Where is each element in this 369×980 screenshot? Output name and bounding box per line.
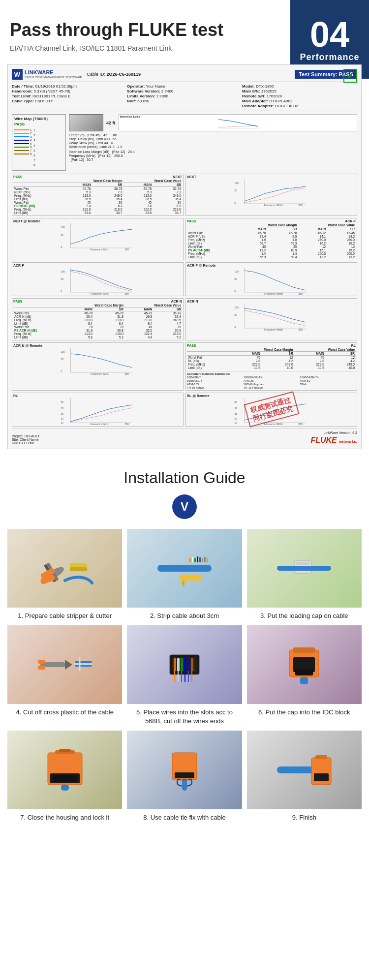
lw-logo-text: LINKWARE CABLE TEST MANAGEMENT SOFTWARE [25, 69, 82, 79]
main-adapter-info: Main Adapter: DTX-PLA002 [242, 99, 357, 103]
install-img-4 [7, 625, 122, 704]
svg-rect-73 [199, 557, 201, 562]
acrn-table: Worst Case Margin Worst Case Value MAINS… [13, 304, 182, 339]
length-meas: Length (ft) [Pair 45] 42 dB [69, 133, 357, 137]
install-img-7 [7, 731, 122, 809]
svg-text:36: 36 [61, 412, 64, 415]
fluke-info-row: Date / Time: 01/19/2016 01:52:38pm Headr… [12, 84, 357, 111]
svg-rect-121 [314, 773, 329, 781]
install-img-5 [127, 625, 242, 704]
svg-rect-68 [157, 565, 212, 572]
project-value: Project: DEFAULT [12, 434, 40, 438]
model-info: Model: DTX-1800 [242, 84, 357, 89]
svg-text:0: 0 [61, 290, 62, 293]
wire-map-section: Wire Map (TS68B) PASS 1 2 3 4 5 6 7 8 12… [12, 114, 66, 171]
svg-rect-76 [207, 558, 208, 562]
next-result-block: PASS NEXT Worst Case Margin Worst Case V… [12, 174, 184, 216]
svg-rect-114 [61, 785, 69, 791]
headroom-info: Headroom: 5.3 dB (NEXT 45-78) [12, 89, 127, 93]
install-step-4: 4. Cut off cross plastic of the cable [7, 625, 122, 726]
install-img-1 [7, 529, 122, 608]
svg-text:50: 50 [61, 233, 64, 236]
next-remote-graph: NEXT @ Remote 100 50 0 Frequency (MHz) 3… [12, 218, 184, 260]
site-value: Site: Client Name [12, 438, 40, 441]
install-img-3 [247, 529, 362, 608]
fluke-report-header: W LINKWARE CABLE TEST MANAGEMENT SOFTWAR… [12, 69, 357, 82]
svg-text:100: 100 [61, 350, 65, 353]
insertion-loss-graph-small: Insertion Loss [119, 114, 357, 131]
svg-rect-66 [70, 563, 87, 567]
fluke-footer: Project: DEFAULT Site: Client Name UNTIT… [12, 429, 357, 445]
acrn-graph: ACR-N 100 50 0 Frequency (MHz) 350 [185, 298, 357, 340]
install-img-9 [247, 731, 362, 809]
rl-title: RL [351, 344, 356, 347]
svg-text:0: 0 [61, 245, 62, 248]
svg-text:24: 24 [61, 417, 64, 420]
il-meas-3: [Pair 12] 30.7 [69, 158, 357, 161]
fluke-brand-logo: FLUKE networks. [310, 436, 357, 445]
svg-rect-116 [175, 772, 194, 778]
info-col-left: Date / Time: 01/19/2016 01:52:38pm Headr… [12, 84, 127, 109]
svg-text:12: 12 [235, 421, 238, 424]
wire-map-pass: PASS [14, 122, 63, 126]
info-col-right: Model: DTX-1800 Main S/N: 1762025 Remote… [242, 84, 357, 109]
next-pass-label: PASS [13, 175, 23, 179]
install-img-6 [247, 625, 362, 704]
svg-text:50: 50 [61, 358, 64, 361]
install-step-5: 5. Place wires into the slots acc to 568… [127, 625, 242, 726]
svg-text:60: 60 [235, 400, 238, 403]
svg-text:350: 350 [299, 328, 303, 331]
install-step-7: 7. Close the housing and lock it [7, 731, 122, 822]
svg-rect-84 [38, 660, 45, 664]
acrf-table: Worst Case Margin Worst Case Value MAINS… [187, 223, 356, 259]
svg-text:Frequency (MHz): Frequency (MHz) [264, 204, 283, 206]
project-info: Project: DEFAULT Site: Client Name UNTIT… [12, 434, 40, 445]
install-step-9: 9. Finish [247, 731, 362, 822]
next-table: Worst Case Margin Worst Case Value MAINS… [13, 179, 182, 214]
install-step-3: 3. Put the loading cap on cable [247, 529, 362, 620]
svg-text:100: 100 [61, 226, 65, 229]
svg-rect-92 [174, 658, 176, 671]
svg-text:350: 350 [299, 423, 303, 425]
info-col-mid: Operator: Your Name Software Version: 2.… [127, 84, 242, 109]
svg-text:Frequency (MHz): Frequency (MHz) [91, 423, 110, 425]
svg-rect-96 [187, 658, 190, 671]
svg-text:Frequency (MHz): Frequency (MHz) [91, 372, 110, 375]
performance-number: 04 [310, 17, 349, 52]
installation-grid: 1. Prepare cable stripper & cutter [7, 529, 362, 823]
test-limit-info: Test Limit: ISO11801 PL Class E [12, 94, 127, 98]
svg-rect-112 [53, 775, 77, 782]
svg-rect-70 [192, 557, 193, 562]
svg-rect-108 [300, 677, 308, 684]
rl-pass-label: PASS [187, 344, 196, 347]
acrf-remote-graph: ACR-F @ Remote 100 50 0 Frequency (MHz) … [185, 262, 357, 296]
svg-rect-94 [181, 658, 183, 671]
acrf-pass-label: PASS [187, 219, 196, 223]
svg-text:350: 350 [125, 248, 129, 250]
freq-meas: Frequency (MHz) [Pair 12] 250.0 [69, 154, 357, 157]
svg-text:50: 50 [235, 277, 238, 280]
install-img-2 [127, 529, 242, 608]
installation-title: Installation Guide [7, 469, 362, 487]
svg-text:60: 60 [61, 400, 64, 403]
acrn-remote-graph: ACR-N @ Remote 100 50 0 Frequency (MHz) … [12, 342, 184, 391]
svg-rect-93 [177, 658, 180, 671]
main-sn-info: Main S/N: 1762025 [242, 89, 357, 93]
next-graph: NEXT 100 50 0 Frequency (MHz) 350 [185, 174, 357, 216]
install-img-8 [127, 731, 242, 809]
svg-text:50: 50 [61, 277, 64, 280]
remote-sn-info: Remote S/N: 1762028 [242, 94, 357, 98]
svg-rect-105 [293, 647, 315, 653]
svg-text:100: 100 [235, 182, 239, 184]
cable-id-section: Cable ID: 2O26-C6-160119 [87, 72, 295, 77]
install-step-1: 1. Prepare cable stripper & cutter [7, 529, 122, 620]
page-title: Pass through FLUKE test [10, 20, 276, 40]
svg-text:0: 0 [235, 290, 236, 293]
svg-text:350: 350 [299, 292, 303, 295]
install-step-8: 8. Use cable tie fix with cable [127, 731, 242, 822]
svg-rect-67 [70, 567, 87, 571]
limits-info: Limits Version: 1.9300 [127, 94, 242, 98]
date-info: Date / Time: 01/19/2016 01:52:38pm [12, 84, 127, 89]
operator-info: Operator: Your Name [127, 84, 242, 89]
svg-text:100: 100 [235, 306, 239, 309]
